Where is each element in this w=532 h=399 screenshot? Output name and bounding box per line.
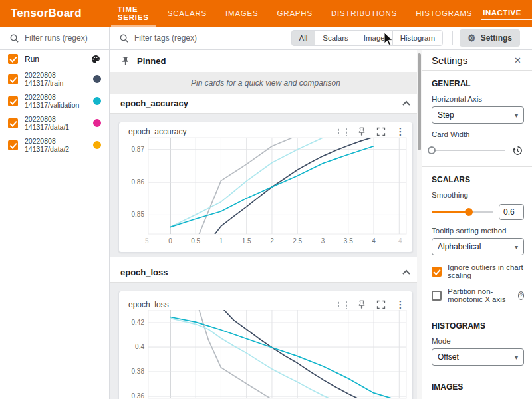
slider-thumb[interactable] (428, 146, 436, 154)
runs-filter-input[interactable] (25, 33, 98, 43)
expand-card-button[interactable] (376, 126, 386, 137)
svg-text:0: 0 (168, 237, 172, 245)
filter-chip-scalars[interactable]: Scalars (315, 30, 356, 46)
scalar-card-epoch-loss: epoch_loss (118, 291, 413, 399)
smoothing-label: Smoothing (432, 191, 524, 199)
tensorboard-app: TensorBoard TIME SERIES SCALARS IMAGES G… (0, 0, 532, 399)
toolbar-divider (452, 31, 453, 45)
filter-chip-histogram[interactable]: Histogram (392, 30, 443, 46)
tab-time-series[interactable]: TIME SERIES (108, 0, 158, 27)
chevron-down-icon: ▾ (515, 354, 518, 361)
tab-histograms[interactable]: HISTOGRAMS (406, 0, 481, 27)
main-scrollbar (417, 50, 422, 399)
partition-x-axis-row[interactable]: Partition non-monotonic X axis ? (432, 287, 524, 303)
tooltip-sorting-select[interactable]: Alphabetical ▾ (432, 238, 524, 255)
kebab-menu-icon: ⋮ (396, 126, 406, 138)
fullscreen-icon (376, 300, 386, 309)
pin-card-button[interactable] (356, 126, 367, 137)
fit-domain-icon (338, 128, 347, 136)
section-body-epoch-accuracy: epoch_accuracy (110, 114, 422, 257)
reset-card-width-button[interactable] (511, 144, 524, 157)
card-menu-button[interactable]: ⋮ (395, 126, 406, 137)
run-color-dot (93, 75, 101, 83)
section-body-epoch-loss: epoch_loss (110, 283, 422, 399)
smoothing-value-input[interactable] (499, 204, 524, 220)
epoch-loss-chart[interactable]: 0.360.380.40.42 (119, 310, 412, 399)
tab-graphs[interactable]: GRAPHS (268, 0, 322, 27)
svg-text:0.4: 0.4 (135, 343, 144, 350)
reload-status-dropdown[interactable]: INACTIVE ▾ (481, 7, 532, 20)
scalars-section-title: SCALARS (432, 175, 524, 184)
run-row-train[interactable]: 20220808-141317/train (0, 68, 109, 90)
horizontal-axis-select[interactable]: Step ▾ (432, 106, 524, 124)
svg-text:0.42: 0.42 (132, 319, 145, 326)
smoothing-slider[interactable] (432, 207, 493, 217)
pin-outline-icon (357, 300, 366, 309)
tags-search[interactable] (119, 33, 292, 43)
runs-search[interactable] (0, 27, 109, 50)
scrollbar-thumb[interactable] (418, 53, 421, 150)
filter-chip-all[interactable]: All (291, 30, 316, 46)
general-section-title: GENERAL (432, 79, 524, 88)
pin-card-button[interactable] (356, 299, 367, 310)
images-section-title: IMAGES (432, 382, 524, 392)
ignore-outliers-row[interactable]: Ignore outliers in chart scaling (432, 263, 524, 279)
card-width-slider[interactable] (432, 146, 505, 155)
close-settings-button[interactable]: ✕ (511, 54, 524, 66)
pinned-title: Pinned (137, 56, 166, 66)
partition-x-axis-checkbox[interactable] (432, 291, 442, 301)
collapse-section-button[interactable] (402, 100, 411, 107)
fit-to-data-button[interactable] (337, 299, 348, 310)
run-checkbox[interactable] (8, 74, 18, 84)
section-gap (110, 257, 422, 263)
histogram-mode-select[interactable]: Offset ▾ (432, 348, 524, 366)
runs-header-row: Run (0, 50, 109, 68)
main-nav: TIME SERIES SCALARS IMAGES GRAPHS DISTRI… (108, 0, 482, 27)
pinned-section-header: Pinned (110, 50, 422, 72)
gear-icon: ⚙ (467, 33, 476, 43)
run-checkbox[interactable] (8, 96, 18, 106)
fit-to-data-button[interactable] (337, 126, 348, 137)
svg-text:3.5: 3.5 (344, 237, 353, 245)
histogram-mode-label: Mode (432, 337, 524, 345)
runs-sidebar: Run 20220808-141317/train 20220808-14131… (0, 27, 110, 399)
svg-text:2.5: 2.5 (293, 237, 302, 245)
section-header-epoch-accuracy[interactable]: epoch_accuracy (110, 94, 422, 114)
chevron-up-icon (402, 269, 411, 276)
chevron-down-icon: ▾ (515, 112, 518, 119)
section-header-epoch-loss[interactable]: epoch_loss (110, 263, 422, 283)
card-title: epoch_loss (128, 300, 169, 309)
tab-scalars[interactable]: SCALARS (158, 0, 216, 27)
epoch-accuracy-chart[interactable]: 0.850.860.8700.511.522.533.5454 (119, 137, 412, 255)
run-color-dot (93, 119, 101, 127)
select-all-runs-checkbox[interactable] (8, 54, 18, 64)
run-checkbox[interactable] (8, 140, 18, 150)
help-icon[interactable]: ? (518, 291, 524, 300)
settings-button[interactable]: ⚙ Settings (460, 29, 520, 47)
svg-text:0.87: 0.87 (132, 146, 145, 153)
run-color-dot (93, 141, 101, 149)
svg-text:1: 1 (219, 237, 223, 245)
svg-text:3: 3 (321, 237, 325, 245)
slider-thumb[interactable] (465, 208, 473, 216)
fit-domain-icon (338, 301, 347, 309)
card-menu-button[interactable]: ⋮ (395, 299, 406, 310)
horizontal-axis-label: Horizontal Axis (432, 95, 524, 103)
svg-text:2: 2 (270, 237, 274, 245)
tab-distributions[interactable]: DISTRIBUTIONS (322, 0, 406, 27)
svg-text:1.5: 1.5 (242, 237, 251, 245)
run-row-data-1[interactable]: 20220808-141317/data/1 (0, 112, 109, 134)
settings-panel-title: Settings (432, 55, 467, 66)
run-row-data-2[interactable]: 20220808-141317/data/2 (0, 134, 109, 156)
run-checkbox[interactable] (8, 118, 18, 128)
pin-outline-icon (357, 127, 366, 136)
ignore-outliers-checkbox[interactable] (432, 267, 442, 277)
filter-chip-image[interactable]: Image (356, 30, 393, 46)
expand-card-button[interactable] (376, 299, 386, 310)
svg-text:4: 4 (398, 237, 402, 245)
tags-filter-input[interactable] (134, 33, 267, 43)
run-row-validation[interactable]: 20220808-141317/validation (0, 90, 109, 112)
chevron-up-icon (402, 100, 411, 107)
collapse-section-button[interactable] (402, 269, 411, 276)
tab-images[interactable]: IMAGES (216, 0, 268, 27)
